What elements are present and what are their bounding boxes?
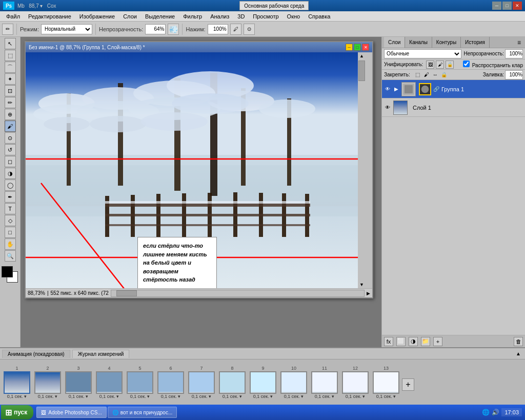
- menu-3d[interactable]: 3D: [233, 12, 249, 21]
- tool-icon-brush[interactable]: ✏: [2, 24, 13, 35]
- frame-8-thumb[interactable]: [219, 371, 246, 394]
- frame-5[interactable]: 5 0,1 сек. ▾: [125, 366, 155, 399]
- doc-close-btn[interactable]: ✕: [362, 44, 369, 51]
- layer-fx-btn[interactable]: fx: [384, 337, 393, 346]
- add-frame-btn[interactable]: +: [402, 378, 414, 391]
- scroll-thumb[interactable]: [358, 61, 365, 81]
- taskbar-item-photoshop[interactable]: 🖼 Adobe Photoshop CS...: [36, 407, 107, 418]
- scroll-right-btn[interactable]: ▶: [367, 291, 370, 296]
- frame-12-thumb[interactable]: [342, 371, 369, 394]
- opacity-input[interactable]: [145, 24, 166, 34]
- close-button[interactable]: ✕: [513, 2, 522, 10]
- frame-9-thumb[interactable]: [250, 371, 276, 394]
- menu-window[interactable]: Окно: [283, 12, 305, 21]
- text-tool[interactable]: T: [5, 203, 16, 214]
- path-tool[interactable]: ◇: [5, 215, 16, 226]
- frame-11[interactable]: 11 0,1 сек. ▾: [310, 366, 339, 399]
- frame-10[interactable]: 10 0,1 сек. ▾: [279, 366, 309, 399]
- color-swatches[interactable]: [2, 266, 19, 284]
- taskbar-item-tutorial[interactable]: 🌐 вот и вся причудрос...: [108, 407, 177, 418]
- menu-edit[interactable]: Редактирование: [24, 12, 75, 21]
- doc-minimize-btn[interactable]: ─: [346, 44, 353, 51]
- lock-all-btn[interactable]: 🔒: [440, 71, 448, 78]
- frame-6[interactable]: 6 0,1 сек. ▾: [156, 366, 186, 399]
- layer-eye-layer1[interactable]: 👁: [384, 104, 391, 111]
- layer-item-group1[interactable]: 👁 ▶ 🔗 Группа 1: [382, 80, 525, 98]
- frame-10-thumb[interactable]: [280, 371, 307, 394]
- tab-paths[interactable]: Контуры: [432, 37, 461, 48]
- blend-mode-select[interactable]: Нормальный: [41, 24, 92, 34]
- frame-1[interactable]: 1 0,1 сек. ▾: [2, 366, 32, 399]
- layer-blend-select[interactable]: Обычные: [384, 49, 461, 58]
- unify-icon-2[interactable]: 🖌: [436, 61, 444, 69]
- layer-item-layer1[interactable]: 👁 Слой 1: [382, 98, 525, 117]
- tablet-icon-2[interactable]: ⊙: [244, 24, 255, 35]
- tab-animation[interactable]: Анимация (покадровая): [2, 350, 70, 358]
- lasso-tool[interactable]: ⌒: [5, 62, 16, 73]
- frame-7[interactable]: 7 0,1 сек. ▾: [187, 366, 216, 399]
- frame-7-thumb[interactable]: [188, 371, 215, 394]
- frame-12[interactable]: 12 0,1 сек. ▾: [340, 366, 370, 399]
- magic-wand-tool[interactable]: ✦: [5, 73, 16, 85]
- menu-layers[interactable]: Слои: [119, 12, 141, 21]
- history-brush-tool[interactable]: ↺: [5, 144, 16, 155]
- lock-position-btn[interactable]: ↔: [432, 71, 439, 78]
- layer-new-btn[interactable]: +: [433, 337, 442, 346]
- dodge-tool[interactable]: ◯: [5, 179, 16, 191]
- h-scroll-thumb[interactable]: [116, 290, 137, 296]
- scroll-up-btn[interactable]: ▲: [359, 52, 364, 59]
- menu-view[interactable]: Просмотр: [249, 12, 282, 21]
- unify-icon-3[interactable]: 🔒: [446, 61, 454, 69]
- lock-transparent-btn[interactable]: ⬚: [414, 71, 421, 78]
- fill-value-input[interactable]: [505, 70, 523, 79]
- panel-options-btn[interactable]: ≡: [515, 39, 523, 46]
- menu-file[interactable]: Файл: [2, 12, 24, 21]
- frame-2-thumb[interactable]: [34, 371, 61, 394]
- shape-tool[interactable]: □: [5, 227, 16, 238]
- layer-expand-group1[interactable]: ▶: [393, 86, 399, 92]
- menu-help[interactable]: Справка: [304, 12, 334, 21]
- hand-tool[interactable]: ✋: [5, 238, 16, 250]
- frame-5-thumb[interactable]: [127, 371, 153, 394]
- clone-tool[interactable]: ⊙: [5, 132, 16, 144]
- layer-group-btn[interactable]: 📁: [421, 337, 430, 346]
- distribute-checkbox[interactable]: [463, 61, 470, 67]
- eyedropper-tool[interactable]: ✏: [5, 97, 16, 108]
- frame-8[interactable]: 8 0,1 сек. ▾: [217, 366, 247, 399]
- start-button[interactable]: ⊞ пуск: [1, 405, 33, 419]
- layer-mask-btn[interactable]: ⬜: [396, 337, 406, 346]
- frame-9[interactable]: 9 0,1 сек. ▾: [248, 366, 278, 399]
- maximize-button[interactable]: □: [502, 2, 512, 10]
- canvas-content[interactable]: если стёрли что-то лишнее меняем кисть н…: [26, 52, 358, 288]
- frame-11-thumb[interactable]: [311, 371, 338, 394]
- airbrush-icon[interactable]: 💨: [168, 24, 179, 35]
- heal-tool[interactable]: ⊕: [5, 109, 16, 120]
- frame-4[interactable]: 4 0,1 сек. ▾: [94, 366, 124, 399]
- tablet-icon[interactable]: 🖊: [230, 24, 241, 35]
- tab-layers[interactable]: Слои: [384, 37, 405, 48]
- pen-tool[interactable]: ✒: [5, 191, 16, 203]
- gradient-tool[interactable]: ◑: [5, 168, 16, 179]
- menu-select[interactable]: Выделение: [141, 12, 179, 21]
- unify-icon-1[interactable]: 🖼: [426, 61, 434, 69]
- tab-measurements[interactable]: Журнал измерений: [72, 350, 130, 358]
- crop-tool[interactable]: ⊡: [5, 85, 16, 96]
- zoom-tool[interactable]: 🔍: [5, 250, 16, 262]
- layer-eye-group1[interactable]: 👁: [384, 86, 391, 93]
- frame-2[interactable]: 2 0,1 сек. ▾: [33, 366, 63, 399]
- frame-3[interactable]: 3 0,1 сек. ▾: [64, 366, 93, 399]
- flow-input[interactable]: [208, 24, 228, 34]
- scroll-down-btn[interactable]: ▼: [358, 281, 366, 288]
- opacity-value-input[interactable]: [505, 49, 523, 58]
- foreground-color[interactable]: [2, 266, 13, 277]
- workspace-button[interactable]: Основная рабочая среда: [239, 1, 309, 10]
- frame-6-thumb[interactable]: [157, 371, 184, 394]
- layer-adj-btn[interactable]: ◑: [409, 337, 418, 346]
- lock-image-btn[interactable]: 🖌: [423, 71, 430, 78]
- frame-13-thumb[interactable]: [373, 371, 399, 394]
- menu-filter[interactable]: Фильтр: [179, 12, 206, 21]
- panel-collapse-btn[interactable]: ▲: [514, 351, 523, 356]
- frame-4-thumb[interactable]: [96, 371, 123, 394]
- menu-analysis[interactable]: Анализ: [206, 12, 233, 21]
- frame-3-thumb[interactable]: [65, 371, 92, 394]
